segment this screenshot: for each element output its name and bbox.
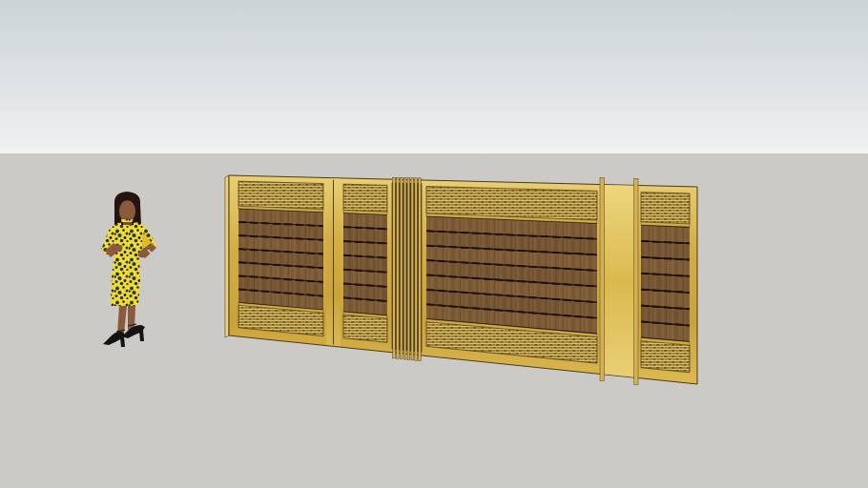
figure-part	[117, 306, 127, 334]
gate-divider	[326, 178, 341, 346]
gate-left-edge	[225, 175, 229, 337]
figure-part	[139, 330, 144, 341]
scale-figure[interactable]	[101, 192, 156, 347]
figure-part	[101, 219, 156, 306]
gate-panel	[238, 181, 323, 336]
gate-panel	[641, 193, 690, 373]
figure-part	[115, 245, 123, 251]
gate-post	[634, 178, 639, 384]
figure-part	[138, 252, 146, 257]
gate-model[interactable]	[225, 175, 697, 384]
figure-part	[120, 336, 125, 347]
gate-panel	[343, 184, 387, 342]
3d-viewport[interactable]	[0, 0, 868, 488]
scene-canvas[interactable]	[0, 0, 868, 488]
gate-vertical-bars	[392, 177, 422, 360]
gate-panel	[426, 187, 597, 364]
gate-gold-band	[600, 178, 638, 385]
gate-post	[600, 178, 605, 381]
